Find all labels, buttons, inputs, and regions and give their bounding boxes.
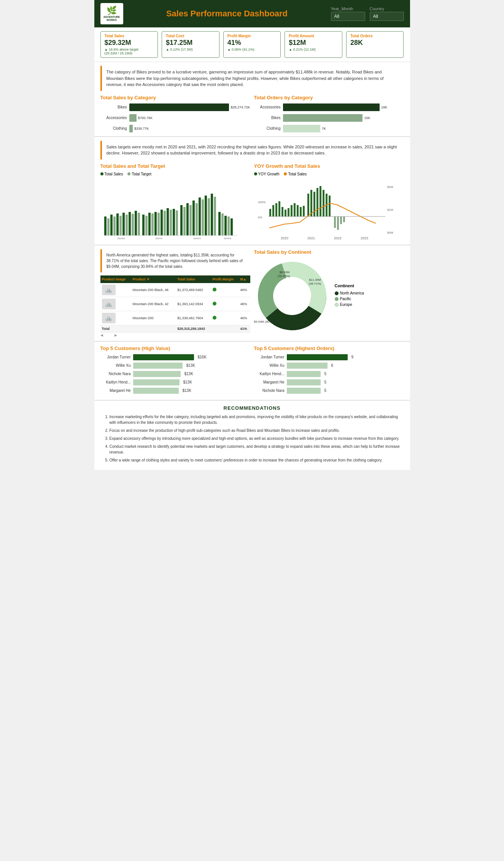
customers-row: Top 5 Customers (High Value) Jordan Turn… (100, 345, 404, 396)
total-margin: 41% (239, 325, 250, 332)
kpi-profit-margin: Profit Margin 41% ▲ 0.06% (41.1%) (223, 31, 281, 58)
bar-label-clothing-orders: Clothing (254, 126, 281, 131)
product-margin-2 (211, 297, 239, 311)
cust-val-margaret-value: $13K (183, 388, 191, 393)
svg-rect-59 (291, 205, 293, 216)
kpi-total-sales: Total Sales $29.32M ▲ 16.6% above target… (100, 31, 158, 58)
svg-rect-71 (329, 196, 331, 216)
logo-icon: 🌿 (107, 6, 117, 16)
yoy-growth-title: YOY Growth and Total Sales (254, 163, 404, 169)
kpi-total-cost-sub: ▲ 0.12% (17.3M) (166, 48, 215, 51)
pacific-dot (335, 297, 339, 301)
cust-name-willie-orders: Willie Xu (254, 363, 285, 368)
svg-text:$2M: $2M (387, 185, 393, 189)
svg-rect-57 (285, 210, 286, 216)
svg-text:2023: 2023 (360, 236, 368, 239)
product-m-1: 46% (239, 283, 250, 297)
dashboard-title: Sales Performance Dashboard (129, 9, 325, 19)
svg-rect-74 (340, 216, 342, 224)
logo-text: ADVENTUREWORKS (103, 16, 120, 21)
product-img-1: 🚲 (100, 283, 131, 297)
cust-val-nichole-orders: 5 (324, 388, 327, 393)
svg-rect-36 (218, 212, 221, 236)
legend-target: Total Target (127, 172, 151, 176)
col-m: M▲ (239, 275, 250, 283)
filter-group: Year_Month All Country All (331, 6, 404, 21)
svg-rect-72 (334, 216, 336, 228)
svg-rect-19 (164, 211, 166, 236)
svg-rect-30 (199, 197, 201, 236)
sales-target-svg: 2020 2021 2022 2023 (100, 178, 245, 239)
svg-rect-63 (303, 206, 305, 216)
cust-bar-jordan-value (133, 354, 194, 360)
product-donut-section: North America generated the highest sale… (94, 245, 410, 342)
bar-value-bikes-sales: $28,274.72K (231, 105, 250, 109)
kpi-profit-margin-value: 41% (227, 39, 277, 47)
sales-target-title: Total Sales and Total Target (100, 163, 250, 169)
highest-orders-title: Top 5 Customers (Highest Orders) (254, 345, 404, 351)
total-label: Total (100, 325, 131, 332)
bar-bikes-orders (283, 114, 363, 122)
svg-rect-55 (278, 201, 280, 216)
bar-container-accessories-sales: $700.76K (129, 114, 250, 122)
cust-bar-margaret-value (133, 388, 179, 394)
svg-rect-2 (110, 215, 113, 236)
bar-accessories-sales (129, 114, 137, 122)
year-month-select[interactable]: All (331, 12, 365, 21)
high-value-title: Top 5 Customers (High Value) (100, 345, 250, 351)
cust-row-willie-value: Willie Xu $13K (100, 363, 250, 369)
donut-legend: Continent North America Pacific Europe (335, 283, 364, 308)
cust-row-margaret-value: Margaret He $13K (100, 388, 250, 394)
orders-by-category-panel: Total Orders by Category Accessories 18K… (254, 95, 404, 132)
svg-rect-12 (142, 215, 145, 236)
legend-sales: Total Sales (100, 172, 123, 176)
cust-val-kaitlyn-value: $13K (183, 380, 192, 384)
country-select[interactable]: All (370, 12, 404, 21)
svg-rect-75 (343, 216, 345, 222)
donut-svg: $8.93M (30.45%) $11.35M (38.71%) $9.04M … (254, 258, 330, 334)
svg-rect-28 (192, 201, 195, 236)
product-m-2: 46% (239, 297, 250, 311)
bar-label-accessories-sales: Accessories (100, 116, 127, 120)
product-sales-1: $1,373,469.5482 (176, 283, 211, 297)
product-table: Product Image Product ▼ Total Sales Prof… (100, 275, 250, 333)
svg-rect-56 (281, 207, 283, 216)
cust-val-willie-orders: 6 (331, 363, 334, 368)
svg-rect-29 (196, 203, 198, 236)
svg-text:2022: 2022 (193, 237, 200, 239)
svg-rect-40 (231, 218, 233, 236)
product-name-1: Mountain-200 Black, 46 (131, 283, 176, 297)
sales-by-category-panel: Total Sales by Category Bikes $28,274.72… (100, 95, 250, 132)
logo: 🌿 ADVENTUREWORKS (100, 3, 123, 24)
svg-rect-3 (113, 216, 116, 236)
svg-rect-9 (132, 214, 134, 236)
kpi-total-cost-value: $17.25M (166, 39, 215, 47)
svg-rect-7 (126, 215, 128, 236)
bar-value-bikes-orders: 15K (364, 116, 370, 120)
kpi-profit-margin-label: Profit Margin (227, 34, 277, 38)
kpi-total-sales-sub: ▲ 16.6% above target(29.32M / 25.15M) (105, 48, 154, 55)
svg-rect-10 (135, 211, 137, 236)
europe-dot (335, 303, 339, 307)
legend-total-sales: Total Sales (284, 172, 307, 176)
reco-item-4: Conduct market research to identify pote… (110, 444, 401, 455)
yoy-legend: YOY Growth Total Sales (254, 172, 404, 176)
insight-text-3: North America generated the highest sale… (100, 249, 250, 272)
insight-text-2: Sales targets were mostly met in 2020 an… (100, 141, 404, 159)
cust-val-margaret-orders: 5 (324, 380, 327, 384)
cust-bar-nichole-value (133, 371, 181, 377)
cust-bar-kaitlyn-value (133, 379, 180, 385)
reco-item-1: Increase marketing efforts for the bike … (110, 414, 401, 425)
cust-val-jordan-orders: 9 (351, 355, 354, 359)
svg-text:$1M: $1M (387, 208, 393, 212)
donut-panel: Total Sales by Continent $8.93M (30.45%)… (254, 249, 404, 337)
bar-accessories-orders (283, 103, 380, 111)
product-img-2: 🚲 (100, 297, 131, 311)
svg-rect-25 (183, 207, 186, 236)
sales-target-section: Sales targets were mostly met in 2020 an… (94, 137, 410, 245)
svg-rect-27 (189, 205, 192, 236)
legend-europe: Europe (335, 302, 364, 307)
kpi-profit-amount: Profit Amount $12M ▲ 0.21% (12.1M) (285, 31, 342, 58)
svg-rect-20 (167, 208, 169, 236)
cust-name-kaitlyn-value: Kaitlyn Hend... (100, 380, 131, 384)
